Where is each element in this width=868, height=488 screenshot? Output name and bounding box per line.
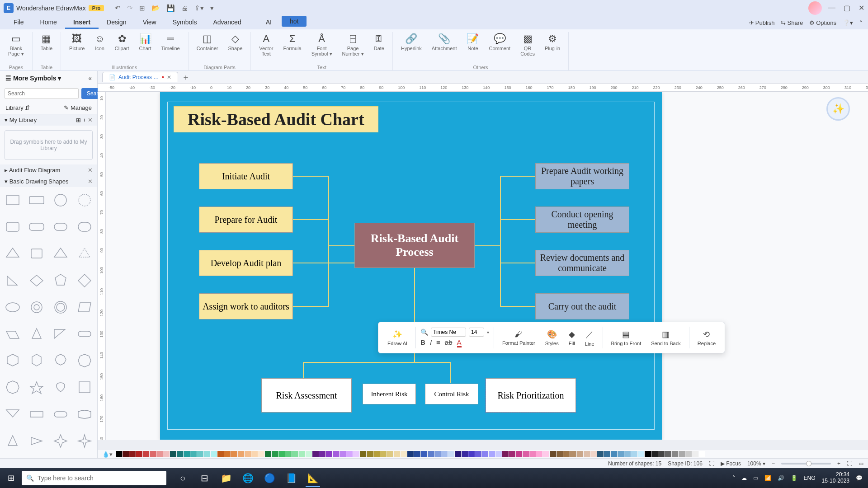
ribbon-shape[interactable]: ◇Shape [223,32,247,52]
menu-view[interactable]: View [135,17,165,29]
italic-button[interactable]: I [430,338,432,347]
color-swatch[interactable] [557,451,563,457]
color-swatch[interactable] [258,451,264,457]
color-swatch[interactable] [150,451,156,457]
color-swatch[interactable] [123,451,129,457]
mylib-plus-icon[interactable]: + [83,117,86,123]
shape-item[interactable] [51,405,71,424]
align-button[interactable]: ≡ [436,338,440,347]
search-font-icon[interactable]: 🔍 [420,328,428,336]
node-opening-meeting[interactable]: Conduct opening meeting [535,206,629,233]
task-chrome-icon[interactable]: 🔵 [259,468,279,488]
shape-item[interactable] [3,298,23,317]
menu-insert[interactable]: Insert [65,17,99,29]
color-swatch[interactable] [482,451,488,457]
start-button[interactable]: ⊞ [0,468,22,488]
color-swatch[interactable] [346,451,353,457]
taskbar-search[interactable]: 🔍 Type here to search [22,471,166,485]
tray-battery-icon[interactable]: 🔋 [791,475,797,481]
color-swatch[interactable] [285,451,292,457]
menu-design[interactable]: Design [99,17,135,29]
bold-button[interactable]: B [420,338,425,347]
color-swatch[interactable] [502,451,509,457]
color-swatch[interactable] [455,451,461,457]
fullscreen-icon[interactable]: ⛶ [847,460,852,467]
more-quick-icon[interactable]: ▾ [210,4,214,12]
shape-item[interactable] [51,217,71,236]
color-swatch[interactable] [543,451,549,457]
task-taskview-icon[interactable]: ⊟ [194,468,214,488]
color-swatch[interactable] [665,451,671,457]
color-swatch[interactable] [143,451,149,457]
ctx-styles[interactable]: 🎨Styles [542,329,562,346]
color-swatch[interactable] [156,451,163,457]
focus-button[interactable]: ▶ Focus [721,460,741,467]
shape-item[interactable] [27,298,47,317]
node-assign-work[interactable]: Assign work to auditors [199,293,293,319]
menu-advanced[interactable]: Advanced [205,17,249,29]
color-swatch[interactable] [265,451,271,457]
mylibrary-dropzone[interactable]: Drag symbols here to add to My Library [5,130,93,160]
shape-item[interactable] [3,191,23,210]
color-swatch[interactable] [177,451,183,457]
color-swatch[interactable] [340,451,346,457]
color-swatch[interactable] [360,451,366,457]
close-icon[interactable]: ✕ [859,4,864,12]
color-swatch[interactable] [604,451,610,457]
color-swatch[interactable] [441,451,448,457]
color-swatch[interactable] [292,451,298,457]
shape-item[interactable] [74,351,94,370]
open-icon[interactable]: 📂 [151,4,160,12]
task-edrawmax-icon[interactable]: 📐 [303,468,323,488]
ribbon-plug-in[interactable]: ⚙Plug-in [540,32,565,57]
zoom-out-button[interactable]: − [772,460,775,467]
task-cortana-icon[interactable]: ○ [173,468,193,488]
mylib-add-icon[interactable]: ⊞ [76,117,81,123]
minimize-icon[interactable]: — [828,4,835,12]
section-mylibrary[interactable]: ▾ My Library ⊞ + ✕ [0,114,97,126]
ribbon-vector-text[interactable]: AVectorText [255,32,278,58]
close-tab-icon[interactable]: ✕ [167,74,171,80]
tray-meet-icon[interactable]: ▭ [753,475,758,481]
color-swatch[interactable] [245,451,251,457]
ribbon-qr-codes[interactable]: ▩QRCodes [516,32,539,57]
font-family-input[interactable] [431,328,466,337]
print-icon[interactable]: 🖨 [181,4,188,12]
color-swatch[interactable] [577,451,583,457]
color-swatch[interactable] [299,451,305,457]
shape-item[interactable] [74,432,94,450]
color-swatch[interactable] [495,451,502,457]
shapes-close-icon[interactable]: ✕ [88,178,93,185]
shape-item[interactable] [51,244,71,263]
tray-notifications-icon[interactable]: 💬 [856,475,863,481]
menu-file[interactable]: File [5,17,32,29]
color-swatch[interactable] [278,451,285,457]
ribbon-picture[interactable]: 🖼Picture [65,32,89,52]
color-swatch[interactable] [333,451,339,457]
color-swatch[interactable] [251,451,258,457]
shape-item[interactable] [74,191,94,210]
ribbon-container[interactable]: ◫Container [192,32,223,52]
color-swatch[interactable] [468,451,475,457]
color-swatch[interactable] [618,451,624,457]
ribbon-icon[interactable]: ☺Icon [90,32,109,52]
color-swatch[interactable] [373,451,380,457]
node-center[interactable]: Risk-Based Audit Process [354,223,475,268]
shape-item[interactable] [51,271,71,290]
ctx-format-painter[interactable]: 🖌Format Painter [499,329,539,346]
shape-item[interactable] [74,405,94,424]
ctx-fill[interactable]: ◆Fill [565,329,579,346]
color-swatch[interactable] [387,451,393,457]
color-swatch[interactable] [272,451,278,457]
shape-item[interactable] [74,324,94,343]
zoom-in-button[interactable]: + [837,460,840,467]
font-color-button[interactable]: A [457,338,462,347]
menu-home[interactable]: Home [32,17,65,29]
tray-onedrive-icon[interactable]: ☁ [741,475,747,481]
shape-item[interactable] [3,351,23,370]
node-carry-out[interactable]: Carry out the audit [535,293,629,319]
ribbon-timeline[interactable]: ═Timeline [157,32,184,52]
task-edge-icon[interactable]: 🌐 [238,468,258,488]
shape-item[interactable] [3,432,23,450]
color-swatch[interactable] [699,451,705,457]
